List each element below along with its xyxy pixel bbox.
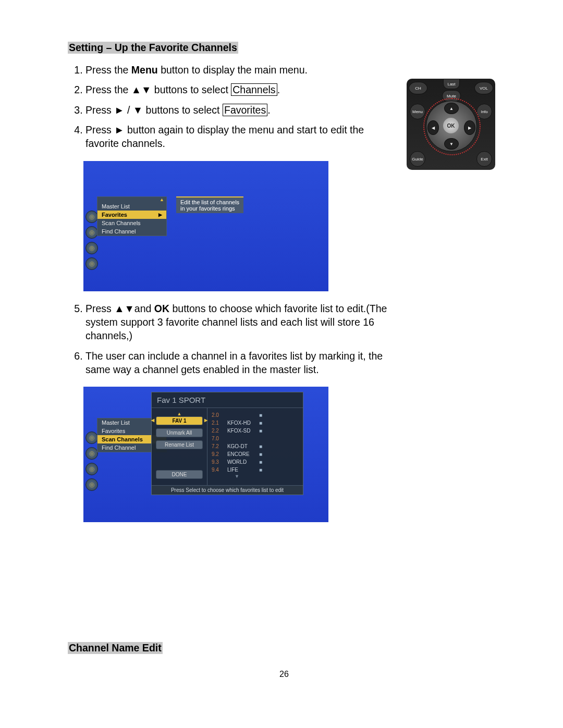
steps-list: Press the Menu button to display the mai… [68,63,396,151]
channel-check: ■ [255,411,266,419]
side-icon: ◎ [85,478,98,491]
channel-number: 2.1 [207,419,223,427]
section-heading-2: Channel Name Edit [68,642,163,654]
instructions-column: Press the Menu button to display the mai… [68,63,396,533]
channel-check: ■ [255,427,266,435]
step-6: The user can include a channel in a favo… [85,349,396,377]
step-4: Press ► button again to display the menu… [85,123,396,151]
channel-name: WORLD [223,458,255,466]
ok-label: OK [154,303,169,314]
label: Favorites [102,212,127,218]
favorites-boxed: Favorites [223,104,267,116]
text: button to display the main menu. [158,64,308,76]
channel-name: KFOX-SD [223,427,255,435]
table-row[interactable]: 7.2KGO-DT■ [207,442,266,450]
text: Press ► / ▼ buttons to select [85,104,223,116]
ok-button[interactable]: OK [443,118,459,133]
channel-check: ■ [255,450,266,458]
channel-check: ■ [255,442,266,450]
rename-list-button[interactable]: Rename List [156,440,203,449]
remote-illustration: CH VOL Last Mute Menu Info Guide Exit ▲ … [407,79,500,170]
unmark-all-button[interactable]: Unmark All [156,428,203,437]
done-button[interactable]: DONE [156,470,203,479]
channel-check [255,435,266,442]
tv-screenshot-1: ◎ ◎ ◎ ◎ ▲ Master List Favorites ▶ Scan C… [83,161,328,291]
channel-name: LIFE [223,466,255,474]
tooltip-line: in your favorites rings [180,205,239,212]
step-1: Press the Menu button to display the mai… [85,63,396,77]
side-icon: ◎ [85,211,98,223]
channel-number: 9.3 [207,458,223,466]
channel-name: KGO-DT [223,442,255,450]
step-5: Press ▲▼and OK buttons to choose which f… [85,302,396,343]
menu-item-favorites[interactable]: Favorites ▶ [97,211,166,219]
side-icon: ◎ [85,447,98,460]
channel-number: 7.0 [207,435,223,442]
side-icon: ◎ [85,257,98,270]
text: . [267,104,270,116]
dpad-down[interactable]: ▼ [444,138,459,150]
dpad-up[interactable]: ▲ [444,103,459,114]
menu-item[interactable]: Scan Channels [97,219,166,227]
table-row[interactable]: 2.1KFOX-HD■ [207,419,266,427]
table-row[interactable]: 2.0■ [207,411,266,419]
text: . [277,84,280,95]
channel-number: 9.4 [207,466,223,474]
table-row[interactable]: 7.0 [207,435,266,442]
last-button[interactable]: Last [443,79,460,89]
channel-name [223,435,255,442]
channel-name: KFOX-HD [223,419,255,427]
channel-number: 9.2 [207,450,223,458]
channel-name [223,411,255,419]
popup-title: Fav 1 SPORT [152,392,303,408]
channel-number: 2.2 [207,427,223,435]
table-row[interactable]: 9.2ENCORE■ [207,450,266,458]
channel-number: 2.0 [207,411,223,419]
page-number: 26 [68,670,500,679]
chevron-right-icon: ▶ [158,212,162,217]
side-icon: ◎ [85,431,98,444]
steps-list-cont: Press ▲▼and OK buttons to choose which f… [68,302,396,377]
ch-button[interactable]: CH [409,82,427,94]
popup-footer: Press Select to choose which favorites l… [152,485,303,495]
channel-number: 7.2 [207,442,223,450]
fav1-button[interactable]: FAV 1 [156,416,203,425]
channel-table: 2.0■2.1KFOX-HD■2.2KFOX-SD■7.07.2KGO-DT■9… [207,411,266,474]
guide-button[interactable]: Guide [410,151,425,167]
side-icon: ◎ [85,226,98,239]
table-row[interactable]: 9.3WORLD■ [207,458,266,466]
step-2: Press the ▲▼ buttons to select Channels. [85,83,396,96]
dpad-left[interactable]: ◀ [427,120,439,135]
channel-check: ■ [255,458,266,466]
text: Press ▲▼and [85,303,154,314]
channel-check: ■ [255,419,266,427]
menu-item[interactable]: Master List [97,202,166,211]
menu-label: Menu [131,64,158,76]
side-icon: ◎ [85,463,98,475]
vol-button[interactable]: VOL [474,82,493,94]
label: Scan Channels [102,436,143,442]
tooltip-line: Edit the list of channels [180,199,239,205]
exit-button[interactable]: Exit [476,151,492,167]
section-heading: Setting – Up the Favorite Channels [68,42,238,54]
channels-boxed: Channels [231,83,277,96]
side-icon: ◎ [85,242,98,254]
tv-screenshot-2: ◎ ◎ ◎ ◎ Master List Favorites Scan Chann… [83,387,328,522]
table-row[interactable]: 9.4LIFE■ [207,466,266,474]
step-3: Press ► / ▼ buttons to select Favorites. [85,103,396,117]
table-row[interactable]: 2.2KFOX-SD■ [207,427,266,435]
text: Press the [85,64,131,76]
channel-name: ENCORE [223,450,255,458]
menu-item[interactable]: Find Channel [97,227,166,236]
text: Press the ▲▼ buttons to select [85,84,231,95]
dpad-right[interactable]: ▶ [464,120,475,135]
menu-button[interactable]: Menu [410,104,425,119]
channel-check: ■ [255,466,266,474]
